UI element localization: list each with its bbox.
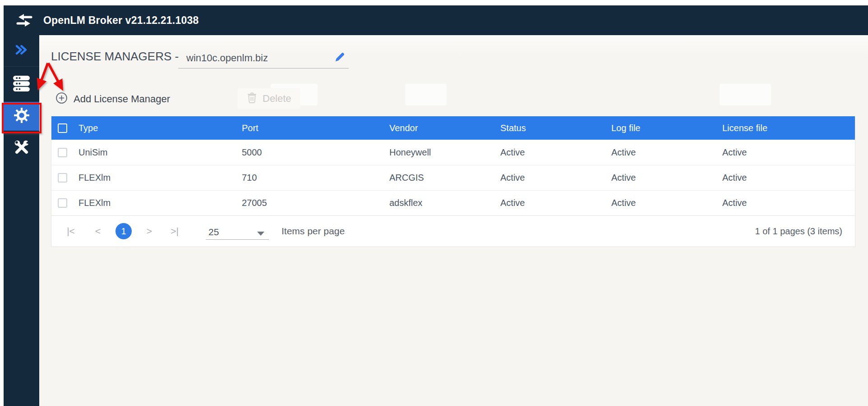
openlm-broker-window: OpenLM Broker v21.12.21.1038 [0,0,868,406]
column-header-log-file[interactable]: Log file [611,123,722,133]
previous-page-button[interactable]: < [92,226,104,237]
sidebar-item-tools[interactable] [4,131,39,166]
items-per-page-label: Items per page [282,226,345,237]
cell-log-file: Active [611,147,722,158]
pencil-icon[interactable] [333,51,347,65]
top-bar: OpenLM Broker v21.12.21.1038 [4,5,868,35]
pagination-bar: |< < 1 > >| 25 Items per page 1 of 1 pag… [51,215,855,246]
cell-log-file: Active [611,198,722,208]
hostname-field[interactable]: win10c.openlm.biz [178,50,349,68]
page-summary: 1 of 1 pages (3 items) [755,226,842,237]
select-all-checkbox[interactable] [58,123,67,133]
row-checkbox[interactable] [58,173,67,182]
cell-type: UniSim [78,147,242,158]
tools-icon [14,139,30,157]
cell-license-file: Active [722,173,855,183]
main-content: LICENSE MANAGERS - win10c.openlm.biz Add… [39,35,868,406]
trash-icon [247,92,257,106]
column-header-port[interactable]: Port [242,123,389,133]
table-row[interactable]: FLEXlm 27005 adskflex Active Active Acti… [51,190,855,215]
plus-circle-icon [55,92,68,107]
delete-label: Delete [263,93,291,105]
table-header-row: Type Port Vendor Status Log file License… [51,116,855,140]
cell-license-file: Active [722,198,855,208]
next-page-button[interactable]: > [143,226,155,237]
app-title: OpenLM Broker v21.12.21.1038 [43,14,199,27]
current-page-button[interactable]: 1 [115,223,132,239]
server-stack-icon [13,76,30,93]
add-license-manager-label: Add License Manager [74,93,170,105]
license-managers-table: Type Port Vendor Status Log file License… [51,116,855,247]
add-license-manager-button[interactable]: Add License Manager [55,90,170,108]
annotation-highlight-box [2,103,42,133]
chevron-down-icon [257,232,264,236]
table-row[interactable]: FLEXlm 710 ARCGIS Active Active Active [51,165,855,190]
cell-log-file: Active [611,173,722,183]
cell-type: FLEXlm [78,198,242,208]
ghost-panel [720,84,771,105]
cell-port: 710 [242,173,389,183]
column-header-license-file[interactable]: License file [722,123,855,133]
column-header-type[interactable]: Type [78,123,242,133]
cell-status: Active [500,147,611,158]
sidebar [4,35,39,406]
page-title: LICENSE MANAGERS - [51,50,179,64]
first-page-button[interactable]: |< [65,226,77,237]
cell-type: FLEXlm [78,173,242,183]
row-checkbox[interactable] [58,198,67,208]
sidebar-item-servers[interactable] [4,67,39,102]
column-header-status[interactable]: Status [500,123,611,133]
cell-port: 5000 [242,147,389,158]
cell-status: Active [500,173,611,183]
cell-status: Active [500,198,611,208]
last-page-button[interactable]: >| [169,226,180,237]
sidebar-item-expand[interactable] [4,35,39,67]
ghost-panel [405,84,447,105]
table-body: UniSim 5000 Honeywell Active Active Acti… [51,140,855,215]
items-per-page-value: 25 [208,227,219,237]
swap-arrows-icon [15,13,33,28]
column-header-vendor[interactable]: Vendor [389,123,500,133]
items-per-page-select[interactable]: 25 [206,223,269,240]
row-checkbox[interactable] [58,148,67,157]
cell-vendor: Honeywell [389,147,500,158]
cell-vendor: adskflex [389,198,500,208]
cell-port: 27005 [242,198,389,208]
hostname-input[interactable]: win10c.openlm.biz [178,50,349,64]
table-row[interactable]: UniSim 5000 Honeywell Active Active Acti… [51,140,855,165]
cell-vendor: ARCGIS [389,173,500,183]
cell-license-file: Active [722,147,855,158]
delete-button[interactable]: Delete [238,88,300,109]
double-chevron-right-icon [15,45,28,57]
